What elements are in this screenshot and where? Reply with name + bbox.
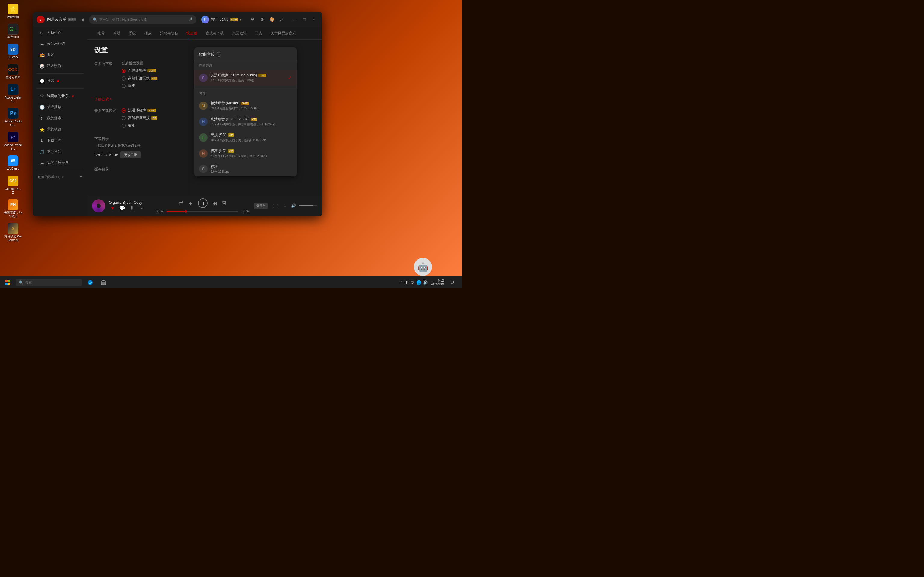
- cloud-disk-icon: ☁: [39, 161, 45, 165]
- playlist-add-button[interactable]: +: [80, 174, 82, 179]
- dropdown-chevron-icon: ▾: [240, 18, 241, 21]
- quality-option-lossless[interactable]: L 无损 (SQ) VIP 18.2M 高保真无损音质，最高48kHz/16bi…: [194, 129, 297, 145]
- notification-button[interactable]: 🗨: [446, 277, 457, 288]
- search-bar[interactable]: 🔍 🎤: [89, 15, 197, 24]
- title-bar: ♪ 网易云音乐 Beta ◀ 🔍 🎤 P PPH_LEAN SVIP ▾ ❤ ⚙…: [33, 12, 322, 27]
- search-input[interactable]: [99, 18, 187, 21]
- taskbar-search-input[interactable]: [25, 281, 79, 284]
- tab-desktop-lyrics[interactable]: 桌面歌词: [228, 27, 251, 39]
- notifications-button[interactable]: ❤: [249, 15, 257, 24]
- play-pause-button[interactable]: ⏸: [198, 198, 208, 208]
- sidebar-item-disk[interactable]: ☁ 我的音乐云盘: [34, 158, 86, 168]
- quality-option-text-spatial: 高清臻音 (Spatial Audio) VIP 61.7M 环绕声体验，声音听…: [210, 117, 292, 127]
- sidebar-item-liked[interactable]: ♡ 我喜欢的音乐 ♥: [34, 91, 86, 101]
- sidebar-item-recommend[interactable]: ⊙ 为我推荐: [34, 27, 86, 38]
- sidebar-item-recent[interactable]: 🕐 最近播放: [34, 102, 86, 113]
- tab-quality[interactable]: 音质与下载: [202, 27, 228, 39]
- taskbar-search[interactable]: 🔍: [16, 279, 82, 286]
- share-button[interactable]: ⤢: [277, 15, 286, 24]
- skin-button[interactable]: 🎨: [268, 15, 276, 24]
- learn-more-link[interactable]: 了解音质 >: [94, 97, 182, 102]
- radio-standard[interactable]: 标准: [121, 83, 182, 89]
- radio-download-surround[interactable]: 沉浸环绕声 SVIP: [121, 108, 182, 113]
- change-dir-button[interactable]: 更改目录: [120, 152, 141, 158]
- quality-dropdown: 歌曲音质 i 空间音感 S 沉浸环绕声 (Surround Audio): [194, 47, 297, 176]
- sidebar-label: 播客: [47, 52, 54, 57]
- minimize-button[interactable]: ─: [291, 15, 299, 24]
- radio-download-hires[interactable]: 高解析度无损 VIP: [121, 115, 182, 121]
- radio-hires[interactable]: 高解析度无损 VIP: [121, 76, 182, 81]
- progress-track[interactable]: [166, 211, 238, 212]
- desktop-icon-lightroom[interactable]: Lr Adobe Lightro...: [2, 83, 23, 104]
- user-profile[interactable]: P PPH_LEAN SVIP ▾: [199, 15, 244, 25]
- systray-volume-icon[interactable]: 🔊: [423, 280, 428, 285]
- desktop-icon-gameplus[interactable]: G+ 游戏加加: [2, 23, 23, 40]
- tab-general[interactable]: 常规: [109, 27, 124, 39]
- quality-name-spatial: 高清臻音 (Spatial Audio) VIP: [210, 117, 292, 122]
- desktop-icon-wegame[interactable]: W WeGame: [2, 154, 23, 172]
- desktop-icon-cod[interactable]: COD 使命召唤®: [2, 63, 23, 81]
- maximize-button[interactable]: □: [300, 15, 309, 24]
- radio-hires-label: 高解析度无损 VIP: [128, 76, 157, 81]
- like-button[interactable]: ♥: [109, 206, 116, 211]
- playlist-button[interactable]: ≡: [283, 202, 288, 209]
- quality-option-spatial[interactable]: H 高清臻音 (Spatial Audio) VIP 61.7M 环绕声体验，声…: [194, 114, 297, 129]
- tab-about[interactable]: 关于网易云音乐: [267, 27, 300, 39]
- progress-fill: [166, 211, 186, 212]
- store-button[interactable]: ⚙: [258, 15, 267, 24]
- desktop-icon-3dmark[interactable]: 3D 3DMark: [2, 43, 23, 60]
- tab-shortcut[interactable]: 快捷键: [182, 27, 202, 39]
- volume-track[interactable]: [299, 205, 317, 206]
- tab-account[interactable]: 账号: [93, 27, 109, 39]
- tab-message[interactable]: 消息与隐私: [156, 27, 182, 39]
- close-button[interactable]: ✕: [310, 15, 318, 24]
- tab-system[interactable]: 系统: [124, 27, 140, 39]
- clock[interactable]: 5:32 2024/3/19: [431, 279, 444, 286]
- download-song-button[interactable]: ⬇: [128, 205, 135, 211]
- lyrics-button[interactable]: 词: [222, 200, 226, 206]
- immersive-button[interactable]: 沉浸声: [254, 203, 268, 209]
- album-art[interactable]: [92, 199, 105, 213]
- desktop-icon-counter[interactable]: CS2 Counter-S... 2: [2, 174, 23, 196]
- playlist-section-label[interactable]: 创建的歌单(11) ∨: [38, 175, 64, 179]
- download-icon: ⬇: [39, 138, 45, 143]
- desktop-icon-favorites[interactable]: ⭐ 收藏空间: [2, 2, 23, 20]
- taskbar-app-recycle[interactable]: [97, 277, 110, 288]
- taskbar-app-edge[interactable]: [84, 277, 96, 288]
- volume-icon[interactable]: 🔊: [290, 202, 297, 209]
- sidebar-item-community[interactable]: 💬 社区: [34, 76, 86, 86]
- quality-name-hq: 极高 (HQ) VIP: [210, 148, 292, 153]
- next-button[interactable]: ⏭: [212, 200, 217, 206]
- sidebar-item-local[interactable]: 🎵 本地音乐: [34, 147, 86, 157]
- sidebar-item-cloud[interactable]: ☁ 云音乐精选: [34, 39, 86, 49]
- prev-button[interactable]: ⏮: [188, 200, 193, 206]
- nav-back-button[interactable]: ◀: [78, 15, 87, 24]
- equalizer-button[interactable]: ⋮⋮: [270, 202, 280, 209]
- tab-tools[interactable]: 工具: [251, 27, 267, 39]
- shuffle-button[interactable]: ⇄: [179, 200, 184, 206]
- radio-surround[interactable]: 沉浸环绕声 SVIP: [121, 68, 182, 73]
- quality-option-master[interactable]: M 超清母带 (Master) SVIP 99.1M 还原音频细节，192kHz…: [194, 98, 297, 114]
- desktop-icon-photoshop[interactable]: Ps Adobe Photosh...: [2, 107, 23, 128]
- desktop-icon-yleague[interactable]: ⚔ 英雄联盟 WeGame版: [2, 222, 23, 243]
- comment-button[interactable]: 💬: [118, 205, 126, 211]
- quality-option-standard[interactable]: S 标准 2.9M 128kbps: [194, 161, 297, 176]
- tab-playback[interactable]: 播放: [140, 27, 156, 39]
- mic-icon: 🎙: [39, 116, 45, 121]
- taskbar: 🔍 ^ ⬆: [0, 276, 462, 288]
- sidebar-item-collect[interactable]: ⭐ 我的收藏: [34, 124, 86, 135]
- quality-option-hq[interactable]: H 极高 (HQ) VIP 7.2M 近CD品质的细节体验，最高320kbps: [194, 145, 297, 161]
- sidebar-item-podcast[interactable]: 📻 播客: [34, 50, 86, 60]
- sidebar-item-manga[interactable]: 🎲 私人漫游: [34, 61, 86, 71]
- sidebar-item-download[interactable]: ⬇ 下载管理: [34, 135, 86, 146]
- desktop-icon-forza[interactable]: FH 极限宽度：地平线 5: [2, 198, 23, 219]
- quality-option-surround[interactable]: S 沉浸环绕声 (Surround Audio) SVIP 17.8M 沉浸式体…: [194, 70, 297, 85]
- more-button[interactable]: ···: [138, 206, 145, 211]
- start-button[interactable]: [2, 277, 13, 288]
- info-icon[interactable]: i: [216, 52, 221, 57]
- desktop-icon-premiere[interactable]: Pr Adobe Premie...: [2, 131, 23, 152]
- radio-download-standard[interactable]: 标准: [121, 123, 182, 128]
- app-title: 网易云音乐: [47, 17, 66, 22]
- sidebar-item-mycast[interactable]: 🎙 我的播客: [34, 113, 86, 124]
- systray-arrow[interactable]: ^: [401, 280, 403, 285]
